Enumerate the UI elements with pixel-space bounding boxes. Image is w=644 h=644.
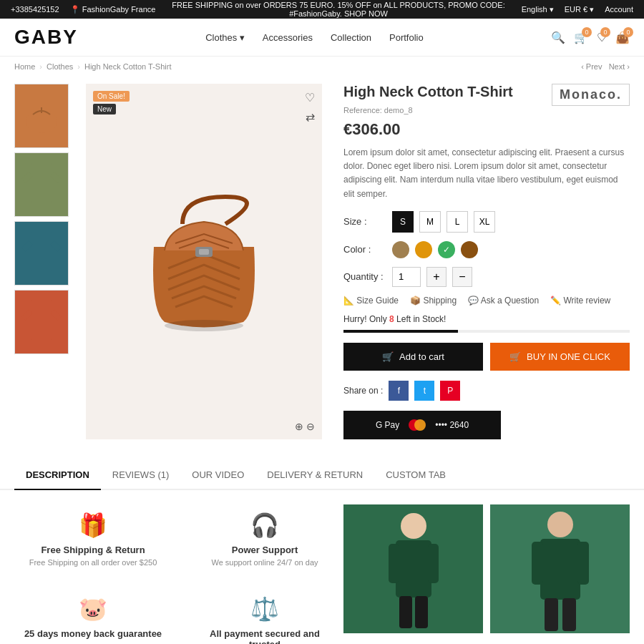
topbar-location: 📍 FashionGaby France	[70, 5, 156, 14]
thumbnail-1[interactable]	[14, 84, 69, 148]
account-link[interactable]: Account	[605, 5, 633, 14]
main-nav: Clothes ▾ Accessories Collection Portfol…	[205, 32, 424, 43]
nav-clothes[interactable]: Clothes ▾	[205, 32, 245, 43]
bag-button[interactable]: 👜 0	[615, 31, 630, 44]
svg-rect-5	[31, 232, 52, 271]
ask-question-link[interactable]: 💬 Ask a Question	[468, 296, 539, 306]
size-l[interactable]: L	[447, 211, 468, 233]
features-grid: 🎁 Free Shipping & Return Free Shipping o…	[14, 504, 343, 644]
breadcrumb-home[interactable]: Home	[14, 62, 35, 71]
topbar-right: English ▾ EUR € ▾ Account	[522, 5, 633, 14]
product-title: High Neck Cotton T-Shirt	[343, 84, 513, 100]
color-orange[interactable]	[415, 241, 432, 258]
payment-secure-icon: ⚖️	[250, 595, 279, 623]
size-label: Size :	[343, 216, 386, 227]
feature-shipping: 🎁 Free Shipping & Return Free Shipping o…	[14, 504, 172, 574]
thumbnail-4[interactable]	[14, 290, 69, 354]
product-tabs: DESCRIPTION REVIEWS (1) OUR VIDEO DELIVE…	[0, 461, 644, 490]
write-review-link[interactable]: ✏️ Write review	[550, 296, 610, 306]
svg-rect-20	[399, 596, 412, 628]
payment-bar[interactable]: G Pay •••• 2640	[343, 411, 501, 439]
breadcrumb: Home › Clothes › High Neck Cotton T-Shir…	[0, 57, 644, 77]
share-twitter[interactable]: t	[414, 381, 434, 401]
share-facebook[interactable]: f	[389, 381, 409, 401]
color-selector: Color :	[343, 241, 630, 258]
cart-button[interactable]: 🛒 0	[574, 31, 588, 44]
currency-selector[interactable]: EUR € ▾	[565, 5, 594, 14]
add-to-cart-button[interactable]: 🛒 Add to cart	[343, 343, 483, 371]
zoom-in-button[interactable]: ⊕	[295, 421, 303, 432]
svg-point-0	[26, 110, 57, 133]
buy-now-button[interactable]: 🛒 BUY IN ONE CLICK	[490, 343, 630, 371]
share-pinterest[interactable]: P	[440, 381, 460, 401]
feature-image-2	[490, 504, 630, 633]
size-guide-link[interactable]: 📐 Size Guide	[343, 296, 399, 306]
shipping-link[interactable]: 📦 Shipping	[410, 296, 457, 306]
feature-payment-title: All payment secured and trusted	[193, 628, 336, 644]
stock-fill	[343, 330, 458, 333]
color-label: Color :	[343, 244, 386, 255]
svg-point-22	[547, 512, 573, 537]
svg-rect-19	[428, 544, 439, 583]
thumb-img-svg-2	[20, 156, 63, 213]
size-xl[interactable]: XL	[474, 211, 495, 233]
quantity-decrease[interactable]: −	[452, 267, 472, 287]
topbar: +3385425152 📍 FashionGaby France FREE SH…	[0, 0, 644, 19]
svg-line-10	[52, 311, 59, 318]
tab-reviews[interactable]: REVIEWS (1)	[101, 461, 180, 490]
svg-rect-21	[415, 596, 428, 628]
search-button[interactable]: 🔍	[551, 31, 565, 44]
share-row: Share on : f t P	[343, 381, 630, 401]
brand-name: Monaco.	[552, 84, 630, 106]
tab-description[interactable]: DESCRIPTION	[14, 461, 101, 490]
size-s[interactable]: S	[392, 211, 414, 233]
svg-rect-23	[540, 539, 580, 600]
compare-icon[interactable]: ⇄	[305, 110, 315, 124]
tab-video[interactable]: OUR VIDEO	[180, 461, 255, 490]
product-reference: Reference: demo_8	[343, 106, 630, 114]
svg-rect-8	[31, 301, 52, 340]
feature-money-back: 🐷 25 days money back guarantee	[14, 588, 172, 644]
size-m[interactable]: M	[419, 211, 441, 233]
breadcrumb-clothes[interactable]: Clothes	[47, 62, 73, 71]
wishlist-icon[interactable]: ♡	[305, 91, 315, 104]
thumbnail-2[interactable]	[14, 152, 69, 217]
thumb-img-svg-4	[20, 293, 63, 351]
tab-custom[interactable]: CUSTOM TAB	[374, 461, 457, 490]
feature-money-back-title: 25 days money back guarantee	[24, 628, 162, 639]
zoom-controls: ⊕ ⊖	[295, 421, 315, 432]
logo[interactable]: GABY	[14, 26, 78, 49]
thumbnail-3[interactable]	[14, 221, 69, 286]
tab-delivery[interactable]: DELIVERY & RETURN	[255, 461, 374, 490]
color-brown[interactable]	[461, 241, 478, 258]
svg-line-4	[52, 174, 59, 181]
stock-number: 8	[389, 314, 394, 324]
svg-line-7	[52, 243, 59, 250]
wishlist-button[interactable]: ♡ 0	[597, 31, 607, 44]
nav-collection[interactable]: Collection	[331, 32, 371, 43]
feature-shipping-title: Free Shipping & Return	[41, 545, 145, 555]
topbar-promo: FREE SHIPPING on over ORDERS 75 EURO. 15…	[155, 1, 521, 18]
product-info: High Neck Cotton T-Shirt Monaco. Referen…	[336, 84, 630, 439]
language-selector[interactable]: English ▾	[522, 5, 554, 14]
svg-point-16	[401, 513, 426, 539]
shipping-icon: 🎁	[79, 512, 107, 539]
nav-accessories[interactable]: Accessories	[263, 32, 313, 43]
zoom-out-button[interactable]: ⊖	[306, 421, 315, 432]
next-product[interactable]: Next ›	[609, 62, 630, 71]
nav-portfolio[interactable]: Portfolio	[389, 32, 424, 43]
breadcrumb-current: High Neck Cotton T-Shirt	[84, 62, 171, 71]
svg-rect-25	[577, 542, 589, 585]
svg-rect-26	[545, 598, 558, 631]
wishlist-badge: 0	[600, 27, 610, 37]
feature-support: 🎧 Power Support We support online 24/7 o…	[186, 504, 343, 574]
header-icons: 🔍 🛒 0 ♡ 0 👜 0	[551, 31, 630, 44]
model-woman-svg	[371, 504, 457, 633]
color-green[interactable]	[438, 241, 455, 258]
prev-product[interactable]: ‹ Prev	[581, 62, 602, 71]
product-area: On Sale! New ♡ ⇄	[0, 77, 644, 447]
quantity-increase[interactable]: +	[426, 267, 447, 287]
color-tan[interactable]	[392, 241, 409, 258]
quantity-input[interactable]	[392, 267, 421, 287]
feature-payment: ⚖️ All payment secured and trusted	[186, 588, 343, 644]
